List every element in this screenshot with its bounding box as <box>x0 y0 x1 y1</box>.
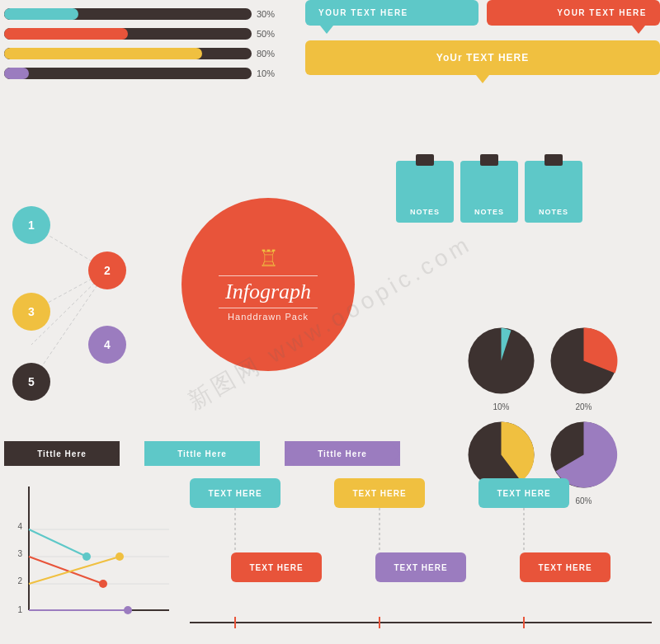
flow-box-teal-2: TEXT HERE <box>478 478 569 508</box>
nodes-section: 1 2 3 4 5 <box>4 198 194 379</box>
pie-chart-2 <box>544 322 623 400</box>
flow-box-yellow-1: TEXT HERE <box>334 478 425 508</box>
bar-track-4 <box>4 68 252 79</box>
bar-label-4: 10% <box>257 68 281 78</box>
bar-track-1 <box>4 8 252 20</box>
bubble-row-top: YOUR TEXT HERE YOUR TEXT HERE <box>305 0 660 26</box>
bubble-orange-top: YOUR TEXT HERE <box>487 0 660 26</box>
crown-icon: ♖ <box>258 247 279 270</box>
note-label-2: NOTES <box>474 208 504 216</box>
circle-line-top <box>219 275 318 276</box>
speech-bubbles-section: YOUR TEXT HERE YOUR TEXT HERE YoUr TEXT … <box>305 0 660 79</box>
bars-section: 30% 50% 80% 10% <box>4 8 301 87</box>
svg-text:2: 2 <box>17 576 22 585</box>
bar-fill-1 <box>4 8 78 20</box>
pie-2: 20% <box>544 322 623 411</box>
pie-label-1: 10% <box>493 402 509 411</box>
flow-box-orange-1: TEXT HERE <box>231 552 322 582</box>
note-card-1: NOTES <box>396 161 454 223</box>
flow-box-teal-1: TEXT HERE <box>190 478 280 508</box>
svg-text:1: 1 <box>17 605 22 614</box>
pie-1: 10% <box>462 322 540 411</box>
svg-point-22 <box>116 552 124 561</box>
circle-line-bottom <box>219 308 318 308</box>
note-card-2: NOTES <box>460 161 518 223</box>
ribbon-dark-label: Tittle Here <box>37 449 87 458</box>
node-2: 2 <box>88 251 126 289</box>
bar-row-4: 10% <box>4 68 301 79</box>
note-label-3: NOTES <box>539 208 568 216</box>
ribbon-teal-label: Tittle Here <box>177 449 227 458</box>
svg-point-24 <box>124 606 132 614</box>
svg-text:3: 3 <box>17 549 22 558</box>
ribbon-dark: Tittle Here <box>4 441 120 466</box>
bar-label-2: 50% <box>257 29 281 39</box>
bar-fill-3 <box>4 48 202 59</box>
bar-label-1: 30% <box>257 9 281 19</box>
node-4: 4 <box>88 326 126 364</box>
pie-chart-1 <box>462 322 540 400</box>
bar-row-1: 30% <box>4 8 301 20</box>
flow-box-purple-1: TEXT HERE <box>375 552 466 582</box>
line-chart: 1 2 3 4 <box>4 478 177 627</box>
line-chart-svg: 1 2 3 4 <box>4 478 177 627</box>
circle-subtitle: Handdrawn Pack <box>228 312 309 322</box>
bubble-teal-top: YOUR TEXT HERE <box>305 0 478 26</box>
ribbon-purple-label: Tittle Here <box>318 449 367 458</box>
svg-text:4: 4 <box>17 522 22 531</box>
main-circle: ♖ Infograph Handdrawn Pack <box>182 198 355 371</box>
bubble-wide-container: YoUr TEXT HERE <box>305 40 660 75</box>
node-3: 3 <box>12 293 50 331</box>
notes-section: NOTES NOTES NOTES <box>396 161 582 223</box>
note-label-1: NOTES <box>410 208 440 216</box>
svg-point-18 <box>82 552 91 561</box>
svg-line-21 <box>29 557 120 584</box>
bar-fill-4 <box>4 68 29 79</box>
bar-row-3: 80% <box>4 48 301 59</box>
ribbon-purple: Tittle Here <box>285 441 400 466</box>
note-card-3: NOTES <box>525 161 582 223</box>
node-5: 5 <box>12 363 50 401</box>
svg-line-17 <box>29 529 87 557</box>
bar-label-3: 80% <box>257 49 281 59</box>
bar-row-2: 50% <box>4 28 301 40</box>
circle-title: Infograph <box>225 280 311 304</box>
ribbons-section: Tittle Here Tittle Here Tittle Here <box>4 441 507 466</box>
flow-section: TEXT HERE TEXT HERE TEXT HERE TEXT HERE … <box>182 478 656 643</box>
node-1: 1 <box>12 206 50 244</box>
pie-label-2: 20% <box>575 402 592 411</box>
svg-point-20 <box>99 580 107 588</box>
bubble-yellow-wide: YoUr TEXT HERE <box>305 40 660 75</box>
bar-track-2 <box>4 28 252 40</box>
bar-fill-2 <box>4 28 128 40</box>
ribbon-teal: Tittle Here <box>144 441 260 466</box>
bar-track-3 <box>4 48 252 59</box>
flow-box-orange-2: TEXT HERE <box>520 552 610 582</box>
